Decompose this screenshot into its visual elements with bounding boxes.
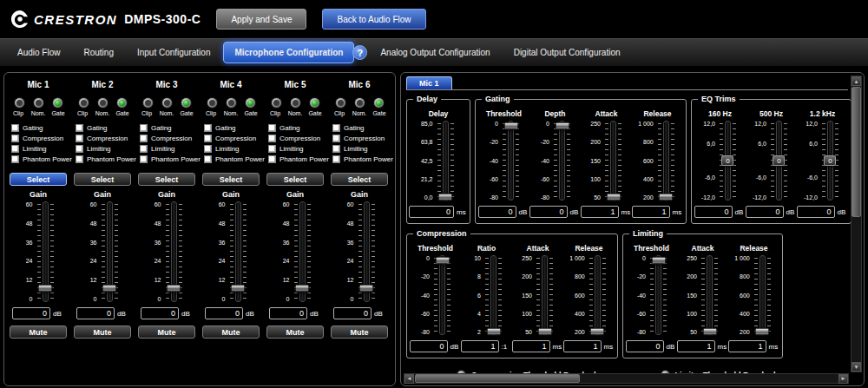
value-input[interactable]: 1 [512, 340, 550, 352]
slider-handle[interactable] [555, 122, 569, 130]
slider-handle[interactable] [435, 257, 450, 265]
limiting-checkbox[interactable]: Limiting [204, 145, 265, 153]
value-input[interactable]: 0 [797, 206, 835, 218]
slider-handle[interactable] [537, 328, 552, 336]
horizontal-scrollbar[interactable]: ◄ ► [404, 373, 849, 384]
scroll-right-icon[interactable]: ► [838, 374, 848, 384]
slider-track[interactable] [435, 121, 457, 201]
horizontal-scrollbar-thumb[interactable] [415, 374, 580, 383]
tab-microphone-configuration[interactable]: Microphone Configuration [223, 42, 354, 63]
value-input[interactable]: 0 [626, 340, 664, 352]
slider-handle[interactable] [167, 284, 181, 292]
tab-audio-flow[interactable]: Audio Flow [7, 43, 70, 62]
phantom-power-checkbox[interactable]: Phantom Power [76, 155, 136, 163]
tab-input-configuration[interactable]: Input Configuration [127, 43, 221, 62]
limiting-checkbox[interactable]: Limiting [332, 145, 393, 153]
select-button[interactable]: Select [331, 173, 388, 186]
limiting-checkbox[interactable]: Limiting [76, 145, 136, 153]
slider-handle[interactable]: 0 [824, 155, 836, 166]
compression-checkbox[interactable]: Compression [332, 135, 393, 142]
limiting-checkbox[interactable]: Limiting [140, 145, 201, 153]
mute-button[interactable]: Mute [10, 326, 67, 339]
scroll-up-icon[interactable]: ▲ [852, 76, 861, 86]
slider-track[interactable] [500, 121, 522, 201]
value-input[interactable]: 0 [12, 307, 50, 319]
slider-track[interactable] [587, 255, 608, 335]
tab-digital-output-configuration[interactable]: Digital Output Configuration [503, 43, 631, 62]
slider-track[interactable] [551, 121, 573, 201]
slider-track[interactable] [35, 201, 56, 302]
mute-button[interactable]: Mute [202, 326, 260, 339]
tab-analog-output-configuration[interactable]: Analog Output Configuration [370, 43, 500, 62]
scroll-left-icon[interactable]: ◄ [404, 374, 414, 384]
value-input[interactable]: 1 [677, 340, 715, 352]
value-input[interactable]: 0 [269, 307, 307, 319]
limiting-checkbox[interactable]: Limiting [11, 145, 72, 153]
help-icon[interactable]: ? [352, 45, 367, 60]
slider-handle[interactable] [102, 284, 117, 292]
slider-track[interactable] [356, 201, 378, 302]
slider-handle[interactable] [295, 284, 310, 292]
value-input[interactable]: 1 [728, 340, 766, 352]
select-button[interactable]: Select [266, 173, 324, 186]
vertical-scrollbar-thumb[interactable] [852, 87, 861, 217]
slider-handle[interactable]: 0 [721, 155, 733, 166]
compression-checkbox[interactable]: Compression [140, 135, 201, 142]
value-input[interactable]: 0 [746, 206, 784, 218]
slider-track[interactable] [752, 255, 773, 335]
slider-handle[interactable]: 0 [773, 155, 785, 166]
slider-handle[interactable] [231, 284, 246, 292]
slider-track[interactable] [655, 121, 677, 201]
value-input[interactable]: 1 [461, 340, 499, 352]
gating-checkbox[interactable]: Gating [76, 124, 136, 132]
slider-track[interactable] [227, 201, 249, 302]
phantom-power-checkbox[interactable]: Phantom Power [140, 155, 201, 163]
phantom-power-checkbox[interactable]: Phantom Power [11, 155, 72, 163]
slider-track[interactable] [163, 201, 185, 302]
value-input[interactable]: 0 [529, 206, 568, 218]
value-input[interactable]: 1 [581, 206, 619, 218]
select-button[interactable]: Select [74, 173, 131, 186]
value-input[interactable]: 1 [563, 340, 602, 352]
scroll-down-icon[interactable]: ▼ [852, 362, 861, 372]
slider-handle[interactable] [755, 328, 770, 336]
slider-handle[interactable] [651, 257, 666, 265]
slider-track[interactable]: 0 [768, 121, 790, 201]
slider-track[interactable] [99, 201, 121, 302]
slider-track[interactable] [292, 201, 313, 302]
slider-handle[interactable] [359, 284, 374, 292]
compression-checkbox[interactable]: Compression [76, 135, 136, 142]
tab-routing[interactable]: Routing [73, 43, 123, 62]
slider-track[interactable] [483, 255, 504, 335]
slider-track[interactable] [699, 255, 720, 335]
slider-handle[interactable] [590, 328, 605, 336]
value-input[interactable]: 1 [632, 206, 670, 218]
value-input[interactable]: 0 [205, 307, 243, 319]
apply-save-button[interactable]: Apply and Save [216, 9, 306, 30]
gating-checkbox[interactable]: Gating [11, 124, 72, 132]
value-input[interactable]: 0 [76, 307, 115, 319]
phantom-power-checkbox[interactable]: Phantom Power [332, 155, 393, 163]
value-input[interactable]: 0 [694, 206, 733, 218]
mute-button[interactable]: Mute [138, 326, 195, 339]
back-to-audio-flow-button[interactable]: Back to Audio Flow [322, 9, 425, 30]
value-input[interactable]: 0 [409, 206, 454, 218]
slider-track[interactable] [602, 121, 624, 201]
slider-handle[interactable] [503, 122, 518, 130]
value-input[interactable]: 0 [478, 206, 516, 218]
value-input[interactable]: 0 [410, 340, 448, 352]
select-button[interactable]: Select [138, 173, 195, 186]
limiting-checkbox[interactable]: Limiting [268, 145, 329, 153]
select-button[interactable]: Select [10, 173, 67, 186]
gating-checkbox[interactable]: Gating [204, 124, 265, 132]
slider-handle[interactable] [606, 194, 621, 201]
slider-track[interactable] [648, 255, 669, 335]
compression-checkbox[interactable]: Compression [268, 135, 329, 142]
slider-handle[interactable] [659, 194, 674, 201]
value-input[interactable]: 0 [333, 307, 372, 319]
slider-track[interactable] [431, 255, 453, 335]
detail-mic-tab[interactable]: Mic 1 [406, 76, 452, 89]
mute-button[interactable]: Mute [74, 326, 131, 339]
gating-checkbox[interactable]: Gating [140, 124, 201, 132]
slider-handle[interactable] [38, 284, 53, 292]
